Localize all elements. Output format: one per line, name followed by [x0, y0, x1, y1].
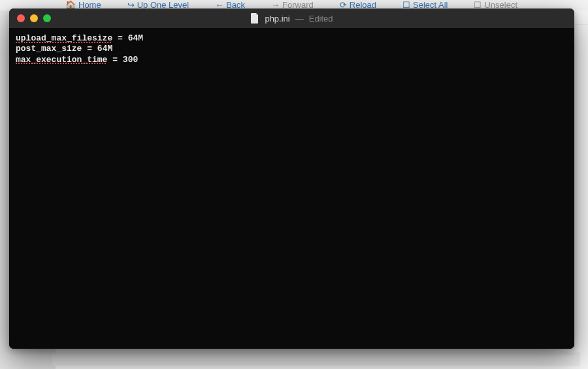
- text-editor-window: php.ini — Edited upload_max_filesize = 6…: [9, 8, 574, 349]
- close-button[interactable]: [17, 14, 25, 22]
- config-key: post_max_size: [16, 44, 82, 54]
- document-icon: [250, 13, 259, 24]
- config-value: = 64M: [82, 44, 112, 54]
- maximize-button[interactable]: [43, 14, 51, 22]
- config-key: max_execution_time: [16, 55, 107, 65]
- window-edited-label: Edited: [309, 14, 333, 24]
- config-key: upload_max_filesize: [16, 33, 112, 43]
- traffic-lights: [9, 14, 51, 22]
- editor-line: max_execution_time = 300: [16, 55, 568, 65]
- window-title-separator: —: [295, 14, 304, 24]
- editor-line: post_max_size = 64M: [16, 44, 568, 54]
- config-value: = 300: [107, 55, 138, 65]
- window-titlebar[interactable]: php.ini — Edited: [9, 8, 574, 28]
- editor-text-area[interactable]: upload_max_filesize = 64Mpost_max_size =…: [9, 28, 574, 349]
- window-title: php.ini — Edited: [9, 13, 574, 24]
- minimize-button[interactable]: [30, 14, 38, 22]
- background-bottom-bar: [52, 353, 580, 366]
- editor-line: upload_max_filesize = 64M: [16, 33, 568, 44]
- window-filename: php.ini: [265, 14, 289, 24]
- config-value: = 64M: [112, 33, 143, 43]
